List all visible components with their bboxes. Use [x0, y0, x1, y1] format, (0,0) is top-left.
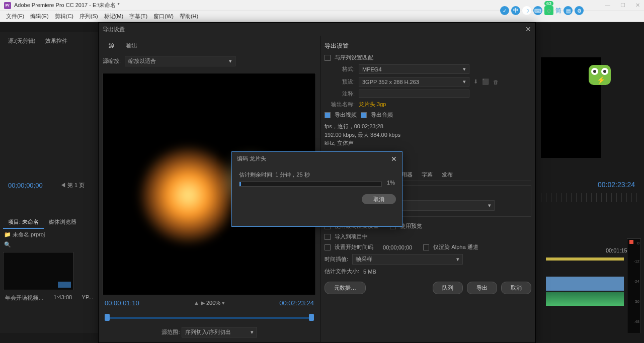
- source-fit[interactable]: ◀ 第 1 页: [60, 182, 85, 189]
- tc-in[interactable]: 00:00:01:10: [105, 299, 139, 307]
- ime-jian[interactable]: 简: [555, 7, 561, 15]
- ime-zhong-icon[interactable]: 中: [511, 6, 520, 15]
- settings-title: 导出设置: [325, 40, 531, 52]
- menu-title[interactable]: 字幕(T): [127, 12, 149, 21]
- scale-label: 源缩放:: [103, 57, 121, 65]
- source-timecode: 00;00;00;00: [8, 182, 43, 189]
- ime-toolbar: ✓ 中 ☽ ⌨ ☺ 简 ▤ ⚙: [500, 6, 584, 15]
- menu-help[interactable]: 帮助(H): [178, 12, 200, 21]
- close-button[interactable]: ✕: [635, 2, 640, 9]
- interp-dropdown[interactable]: 帧采样▾: [352, 254, 463, 265]
- encode-close-button[interactable]: ✕: [391, 155, 397, 163]
- import-preset-icon[interactable]: ⬛: [482, 78, 489, 85]
- export-audio-checkbox[interactable]: [361, 112, 367, 118]
- format-dropdown[interactable]: MPEG4▾: [359, 64, 469, 74]
- ime-keyboard-icon[interactable]: ⌨: [533, 6, 542, 15]
- timeline-ruler[interactable]: [541, 193, 639, 202]
- preset-dropdown[interactable]: 3GPP 352 x 288 H.263▾: [359, 77, 469, 87]
- export-dialog-title: 导出设置: [103, 26, 125, 33]
- progress-bar: [239, 182, 382, 187]
- progress-pct: 1%: [387, 180, 395, 186]
- clip-name: 年会开场视频…: [5, 294, 44, 302]
- ime-globe-icon[interactable]: ✓: [500, 6, 509, 15]
- encode-title: 编码 龙片头: [237, 155, 266, 163]
- search-field[interactable]: 🔍: [3, 240, 95, 249]
- alpha-checkbox[interactable]: [423, 244, 429, 250]
- ime-book-icon[interactable]: ▤: [564, 6, 573, 15]
- export-button[interactable]: 导出: [467, 282, 497, 294]
- audio-meters: 0 -12 -24 -36 -48 dB: [627, 238, 641, 339]
- source-panel: 源:(无剪辑) 效果控件 00;00;00;00 ◀ 第 1 页: [0, 32, 98, 213]
- menu-sequence[interactable]: 序列(S): [77, 12, 100, 21]
- mascot-icon: ⚡: [589, 65, 614, 93]
- export-video-checkbox[interactable]: [325, 112, 331, 118]
- set-tc-checkbox[interactable]: [325, 244, 331, 250]
- delete-preset-icon[interactable]: 🗑: [493, 79, 499, 85]
- app-body: 源:(无剪辑) 效果控件 00;00;00;00 ◀ 第 1 页 项目: 未命名…: [0, 22, 644, 343]
- clip-duration: 1:43:08: [53, 294, 72, 302]
- range-label: 源范围:: [162, 329, 180, 335]
- save-preset-icon[interactable]: ⬇: [473, 78, 478, 85]
- audio-waveform[interactable]: [546, 277, 624, 307]
- menu-file[interactable]: 文件(F): [4, 12, 26, 21]
- scale-dropdown[interactable]: 缩放以适合▾: [125, 56, 235, 66]
- export-close-button[interactable]: ✕: [525, 25, 531, 33]
- queue-button[interactable]: 队列: [433, 282, 463, 294]
- project-tab[interactable]: 项目: 未命名: [3, 216, 44, 229]
- output-name[interactable]: 龙片头.3gp: [359, 101, 386, 108]
- metadata-button[interactable]: 元数据…: [325, 282, 366, 294]
- menu-window[interactable]: 窗口(W): [151, 12, 176, 21]
- program-timecode: 00:02:23:24: [598, 181, 635, 189]
- eta-value: 1 分钟，25 秒: [275, 172, 309, 178]
- output-tab[interactable]: 输出: [120, 40, 143, 51]
- window-controls: — ☐ ✕: [605, 2, 640, 9]
- cancel-button[interactable]: 取消: [501, 282, 531, 294]
- tab-publish[interactable]: 发布: [442, 171, 453, 179]
- menu-edit[interactable]: 编辑(E): [28, 12, 51, 21]
- effects-tab[interactable]: 效果控件: [40, 35, 72, 47]
- source-tab[interactable]: 源: [103, 40, 120, 51]
- range-dropdown[interactable]: 序列切入/序列切出▾: [182, 327, 257, 337]
- clip-yp: YP...: [82, 294, 93, 302]
- project-file: 📁 未命名.prproj: [3, 229, 95, 240]
- ime-badge[interactable]: ☺: [544, 6, 553, 15]
- encode-dialog: 编码 龙片头 ✕ 估计剩余时间: 1 分钟，25 秒 1% 取消: [231, 151, 403, 227]
- video-track[interactable]: [546, 258, 624, 261]
- minimize-button[interactable]: —: [605, 2, 610, 9]
- window-title: Adobe Premiere Pro CC 2017 - E:\未命名 *: [14, 2, 120, 9]
- menu-clip[interactable]: 剪辑(C): [53, 12, 75, 21]
- ime-gear-icon[interactable]: ⚙: [575, 6, 584, 15]
- range-slider[interactable]: [103, 313, 316, 323]
- media-browser-tab[interactable]: 媒体浏览器: [44, 216, 82, 229]
- project-panel: 项目: 未命名 媒体浏览器 📁 未命名.prproj 🔍 年会开场视频… 1:4…: [0, 213, 98, 343]
- match-seq-checkbox[interactable]: [325, 55, 331, 61]
- eta-label: 估计剩余时间:: [239, 172, 274, 178]
- import-proj-checkbox[interactable]: [325, 234, 331, 240]
- comment-field[interactable]: [359, 90, 469, 98]
- clip-indicator: [629, 240, 633, 244]
- tc-out[interactable]: 00:02:23:24: [279, 299, 314, 307]
- clip-thumbnail[interactable]: [3, 252, 73, 290]
- encode-cancel-button[interactable]: 取消: [362, 194, 396, 204]
- ime-moon-icon[interactable]: ☽: [522, 6, 531, 15]
- maximize-button[interactable]: ☐: [620, 2, 625, 9]
- tab-captions[interactable]: 字幕: [422, 171, 433, 179]
- menu-marker[interactable]: 标记(M): [102, 12, 126, 21]
- app-icon: Pr: [4, 2, 11, 9]
- source-tab[interactable]: 源:(无剪辑): [3, 35, 40, 47]
